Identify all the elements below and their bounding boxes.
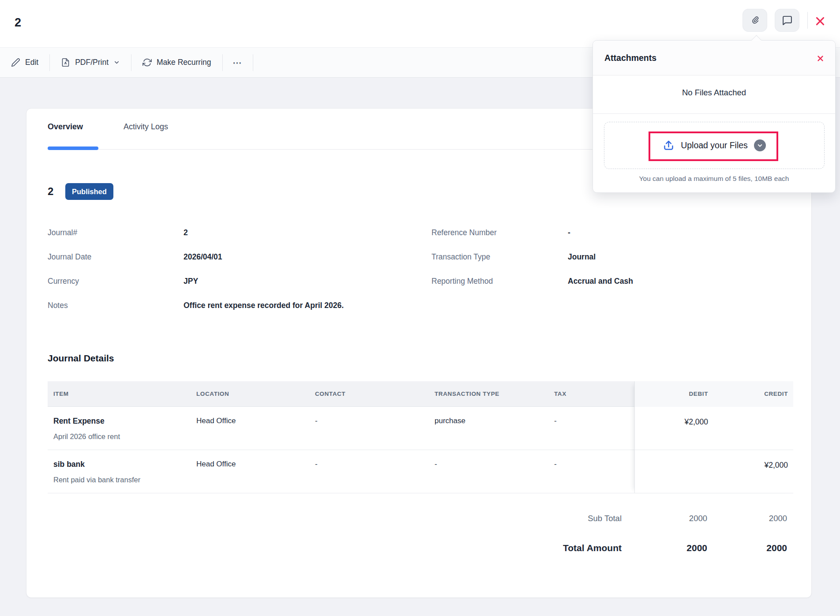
field-value: Accrual and Cash bbox=[568, 277, 633, 286]
row-contact: - bbox=[315, 460, 318, 469]
field-row: Transaction Type Journal bbox=[431, 245, 811, 269]
attachments-title: Attachments bbox=[604, 53, 656, 63]
total-amount-label: Total Amount bbox=[563, 543, 622, 553]
row-location: Head Office bbox=[196, 417, 236, 425]
row-contact: - bbox=[315, 417, 318, 425]
comments-button[interactable] bbox=[775, 9, 799, 32]
field-value: JPY bbox=[184, 277, 198, 286]
column-header-location: LOCATION bbox=[196, 381, 229, 407]
row-item-description: April 2026 office rent bbox=[53, 432, 120, 441]
field-label: Notes bbox=[48, 301, 184, 310]
field-label: Journal Date bbox=[48, 252, 184, 262]
journal-fields: Journal# 2 Journal Date 2026/04/01 Curre… bbox=[48, 221, 811, 318]
column-header-contact: CONTACT bbox=[315, 381, 345, 407]
sub-total-debit: 2000 bbox=[689, 514, 707, 523]
journal-number-title: 2 bbox=[48, 185, 53, 198]
upload-files-button[interactable]: Upload your Files bbox=[663, 139, 766, 151]
field-row: Journal# 2 bbox=[48, 221, 431, 245]
upload-icon bbox=[663, 139, 675, 151]
pdf-print-label: PDF/Print bbox=[75, 58, 109, 67]
field-row: Currency JPY bbox=[48, 269, 431, 293]
field-value: Office rent expense recorded for April 2… bbox=[184, 301, 344, 310]
close-icon bbox=[817, 55, 824, 62]
field-value: - bbox=[568, 228, 570, 237]
column-header-item: ITEM bbox=[53, 381, 69, 407]
close-panel-button[interactable] bbox=[814, 15, 827, 28]
active-tab-indicator bbox=[48, 146, 98, 150]
sub-total-label: Sub Total bbox=[588, 514, 622, 523]
column-header-credit: CREDIT bbox=[764, 381, 788, 407]
row-item-name: sib bank bbox=[53, 460, 85, 469]
attachments-button[interactable] bbox=[742, 9, 767, 32]
status-badge: Published bbox=[65, 183, 113, 200]
field-row: Notes Office rent expense recorded for A… bbox=[48, 293, 431, 318]
field-row: Journal Date 2026/04/01 bbox=[48, 245, 431, 269]
total-amount-credit: 2000 bbox=[766, 543, 787, 553]
row-credit: ¥2,000 bbox=[764, 461, 788, 470]
table-row: Rent Expense April 2026 office rent Head… bbox=[48, 407, 793, 450]
field-row: Reference Number - bbox=[431, 221, 811, 245]
attachments-popover: Attachments No Files Attached Upload you… bbox=[592, 40, 836, 193]
pencil-icon bbox=[11, 58, 20, 67]
upload-files-label: Upload your Files bbox=[681, 140, 748, 150]
row-tax: - bbox=[554, 460, 557, 469]
field-value: 2 bbox=[184, 228, 188, 237]
paperclip-icon bbox=[749, 15, 761, 26]
journal-details-heading: Journal Details bbox=[48, 353, 114, 364]
tab-overview[interactable]: Overview bbox=[48, 122, 83, 131]
popover-divider bbox=[593, 113, 835, 114]
table-row: sib bank Rent paid via bank transfer Hea… bbox=[48, 450, 793, 493]
row-transaction-type: purchase bbox=[435, 417, 465, 425]
column-header-tax: TAX bbox=[554, 381, 566, 407]
pdf-print-button[interactable]: PDF/Print bbox=[50, 48, 131, 77]
journal-details-table: ITEM LOCATION CONTACT TRANSACTION TYPE T… bbox=[48, 381, 793, 493]
row-tax: - bbox=[554, 417, 557, 425]
row-transaction-type: - bbox=[435, 460, 437, 469]
upload-limit-hint: You can upload a maximum of 5 files, 10M… bbox=[593, 175, 835, 183]
make-recurring-button[interactable]: Make Recurring bbox=[131, 48, 222, 77]
table-header-row: ITEM LOCATION CONTACT TRANSACTION TYPE T… bbox=[48, 381, 793, 407]
field-label: Reporting Method bbox=[431, 277, 568, 286]
toolbar-divider bbox=[253, 54, 253, 71]
row-item-description: Rent paid via bank transfer bbox=[53, 476, 140, 484]
column-header-transaction-type: TRANSACTION TYPE bbox=[435, 381, 499, 407]
sub-total-credit: 2000 bbox=[769, 514, 787, 523]
total-amount-debit: 2000 bbox=[686, 543, 707, 553]
attachments-close-button[interactable] bbox=[815, 53, 825, 64]
chat-bubble-icon bbox=[782, 15, 793, 26]
field-label: Transaction Type bbox=[431, 252, 568, 262]
upload-dropzone[interactable]: Upload your Files bbox=[604, 122, 825, 169]
row-item-name: Rent Expense bbox=[53, 417, 105, 426]
field-row: Reporting Method Accrual and Cash bbox=[431, 269, 811, 293]
recurring-icon bbox=[142, 58, 152, 67]
field-label: Reference Number bbox=[431, 228, 568, 237]
row-debit: ¥2,000 bbox=[684, 417, 708, 427]
make-recurring-label: Make Recurring bbox=[157, 58, 211, 67]
header-divider bbox=[807, 12, 808, 29]
field-label: Currency bbox=[48, 277, 184, 286]
more-actions-button[interactable]: ⋯ bbox=[223, 57, 253, 68]
upload-options-chevron[interactable] bbox=[754, 139, 766, 151]
pdf-file-icon bbox=[61, 58, 70, 67]
no-files-text: No Files Attached bbox=[593, 88, 835, 98]
attachments-header: Attachments bbox=[593, 41, 835, 75]
chevron-down-icon bbox=[113, 59, 120, 66]
field-label: Journal# bbox=[48, 228, 184, 237]
edit-button[interactable]: Edit bbox=[11, 48, 49, 77]
close-icon bbox=[814, 15, 826, 27]
column-header-debit: DEBIT bbox=[689, 381, 709, 407]
tab-activity-logs[interactable]: Activity Logs bbox=[124, 122, 168, 131]
edit-label: Edit bbox=[25, 58, 38, 67]
window-title: 2 bbox=[15, 16, 21, 30]
field-value: 2026/04/01 bbox=[184, 252, 222, 262]
row-location: Head Office bbox=[196, 460, 236, 469]
field-value: Journal bbox=[568, 252, 596, 262]
